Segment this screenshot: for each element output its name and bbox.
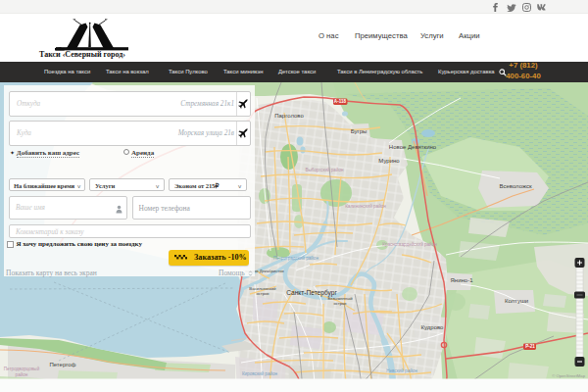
svg-text:Петродворцовый: Петродворцовый	[4, 366, 40, 371]
svg-text:район: район	[16, 371, 28, 377]
svg-text:Выборгский район: Выборгский район	[305, 167, 344, 172]
svg-text:Р-21: Р-21	[525, 344, 535, 349]
svg-text:А-118: А-118	[334, 99, 347, 104]
svg-text:Калининский район: Калининский район	[345, 203, 386, 209]
svg-text:Кировский район: Кировский район	[242, 370, 278, 376]
svg-text:Бугры: Бугры	[351, 128, 368, 134]
svg-text:© OpenStreetMap: © OpenStreetMap	[552, 373, 585, 378]
svg-text:остров: остров	[256, 291, 270, 296]
svg-text:Колтуши: Колтуши	[505, 298, 528, 304]
svg-text:Красногвардейский район: Красногвардейский район	[382, 241, 437, 247]
svg-text:Янино-1: Янино-1	[451, 277, 474, 283]
svg-text:Новое Девяткино: Новое Девяткино	[389, 144, 437, 150]
svg-text:Кудрово: Кудрово	[421, 324, 445, 330]
svg-text:Парголово: Парголово	[274, 113, 304, 119]
svg-text:Всеволожск: Всеволожск	[499, 183, 532, 189]
svg-text:Петергоф: Петергоф	[49, 362, 75, 368]
svg-text:Невский район: Невский район	[386, 368, 417, 373]
svg-text:остров: остров	[333, 301, 347, 306]
svg-text:Мурино: Мурино	[378, 158, 400, 164]
svg-text:Петроградский район: Петроградский район	[273, 255, 318, 261]
